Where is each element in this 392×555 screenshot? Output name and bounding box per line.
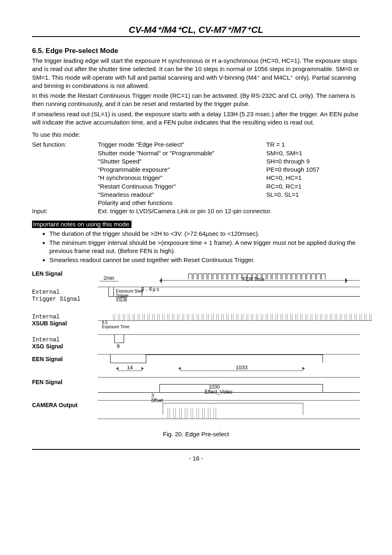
xsg-waveform-icon: 9 [98,334,360,351]
trig-anno-3: XSUB [116,298,127,302]
section-para-3: If smearless read out (SL=1) is used, th… [32,110,360,127]
input-row: Input:Ext. trigger to LVDS/Camera Link o… [32,207,360,215]
xsg-lab: 9 [117,343,360,349]
len-fen-time: FEN Time [159,276,348,282]
xsub-label-2: XSUB Signal [32,320,67,327]
fen-label: FEN Signal [32,379,62,385]
cam-label: CAMERA Output [32,402,78,408]
setfn-mid-7: Polarity and other functions [98,199,266,207]
len-label: LEN Signal [32,270,62,277]
setfn-row-3: "Programmable exposure"PE=0 through 1057 [32,166,360,174]
setfn-row-7: Polarity and other functions [32,199,360,207]
page-number: - 16 - [32,455,360,462]
setfn-left: Set function: [32,140,98,149]
setfn-right-6: SL=0, SL=1 [266,191,360,199]
setfn-mid-0: Trigger mode "Edge Pre-select" [98,140,266,149]
important-item-0: The duration of the trigger should be >2… [49,230,360,238]
xsub-lab: 8.5 Exposure Time [102,321,129,329]
setfn-mid-2: "Shutter Speed" [98,157,266,166]
xsg-label-2: XSG Signal [32,343,63,350]
trigger-waveform-icon: Exposure Start Trigger XSUB 3.8μs [98,287,360,308]
trig-anno-1: Exposure Start [116,289,143,293]
setfn-row-4: "H synchronous trigger"HC=0, HC=1 [32,174,360,182]
setfn-right-5: RC=0, RC=1 [266,182,360,191]
timing-diagram: LEN Signal 2min FEN Time External Trigge… [32,269,360,423]
section-para-2: In this mode the Restart Continuous Trig… [32,92,360,108]
setfn-mid-5: "Restart Continuous Trigger" [98,182,266,191]
setfn-mid-4: "H synchronous trigger" [98,174,266,182]
footer-rule [32,449,360,450]
trig-anno-2: Trigger [116,293,129,298]
page-header-title: CV-M4⁺/M4⁺CL, CV-M7⁺/M7⁺CL [32,25,360,35]
ext-label-2: Trigger Signal [32,296,81,302]
section-para-1: The trigger leading edge will start the … [32,57,360,90]
setfn-right-7 [266,199,360,207]
important-title: Important notes on using this mode. [32,221,131,228]
setfn-right-4: HC=0, HC=1 [266,174,360,182]
important-item-2: Smearless readout cannot be used togethe… [49,256,360,264]
xsub-label-1: Internal [32,313,60,320]
fen-effect: Effect_Video [205,389,233,395]
len-2min: 2min [99,275,118,281]
een-14: 14 [118,364,142,371]
setfn-mid-3: "Programmable exposure" [98,166,266,174]
setfn-row-2: "Shutter Speed"SH=0 through 9 [32,157,360,166]
header-rule [32,36,360,37]
important-item-1: The minimum trigger interval should be >… [49,239,360,256]
een-1033: 1033 [180,364,303,371]
setfn-row-5: "Restart Continuous Trigger"RC=0, RC=1 [32,182,360,191]
setfn-row-0: Set function:Trigger mode "Edge Pre-sele… [32,140,360,149]
setfn-right-0: TR = 1 [266,140,360,149]
setfn-right-2: SH=0 through 9 [266,157,360,166]
fen-waveform-icon: 3 offset 1030 Effect_Video [98,377,360,397]
setfn-row-6: "Smearless readout"SL=0, SL=1 [32,191,360,199]
ext-label-1: External [32,289,60,295]
trig-dim: 3.8μs [141,287,160,292]
use-intro: To use this mode: [32,131,360,139]
setfn-mid-6: "Smearless readout" [98,191,266,199]
figure-caption: Fig. 20. Edge Pre-select [32,431,360,438]
setfn-row-1: Shutter mode "Normal" or "Programmable"S… [32,149,360,157]
setfn-right-3: PE=0 through 1057 [266,166,360,174]
xsg-label-1: Internal [32,336,60,343]
setfn-mid-1: Shutter mode "Normal" or "Programmable" [98,149,266,157]
setfn-right-1: SM=0, SM=1 [266,149,360,157]
xsub-waveform-icon: 8.5 Exposure Time [98,311,371,330]
een-label: EEN Signal [32,356,63,362]
section-heading: 6.5. Edge Pre-select Mode [32,47,360,55]
input-left: Input: [32,207,98,215]
camera-waveform-icon [98,400,360,420]
een-waveform-icon: 14 1033 [98,354,360,374]
important-list: The duration of the trigger should be >2… [32,230,360,265]
input-text: Ext. trigger to LVDS/Camera Link or pin … [98,207,360,215]
